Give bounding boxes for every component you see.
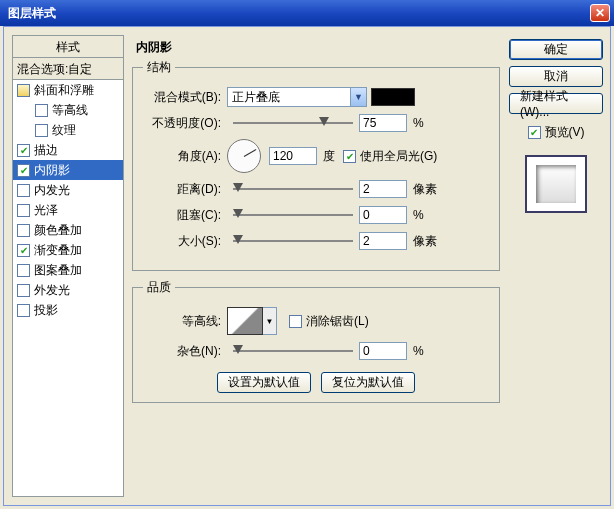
contour-picker[interactable] <box>227 307 263 335</box>
style-row-6[interactable]: 光泽 <box>13 200 123 220</box>
title-bar: 图层样式 ✕ <box>0 0 614 26</box>
style-row-9[interactable]: 图案叠加 <box>13 260 123 280</box>
checkbox-icon[interactable] <box>17 84 30 97</box>
ok-button[interactable]: 确定 <box>509 39 603 60</box>
effect-title: 内阴影 <box>136 39 172 56</box>
checkbox-icon[interactable] <box>17 204 30 217</box>
px-unit: 像素 <box>413 181 437 198</box>
make-default-button[interactable]: 设置为默认值 <box>217 372 311 393</box>
percent-unit: % <box>413 116 424 130</box>
style-row-label: 等高线 <box>52 102 88 119</box>
angle-label: 角度(A): <box>143 148 227 165</box>
px-unit: 像素 <box>413 233 437 250</box>
percent-unit: % <box>413 344 424 358</box>
checkbox-icon[interactable] <box>35 104 48 117</box>
antialias-label: 消除锯齿(L) <box>306 313 369 330</box>
style-row-0[interactable]: 斜面和浮雕 <box>13 80 123 100</box>
style-row-label: 外发光 <box>34 282 70 299</box>
quality-group: 品质 等高线: ▼ 消除锯齿(L) 杂色(N): 0 % 设置为默认值 复位为默… <box>132 279 500 403</box>
style-row-label: 渐变叠加 <box>34 242 82 259</box>
window-title: 图层样式 <box>8 5 56 22</box>
angle-input[interactable]: 120 <box>269 147 317 165</box>
styles-header[interactable]: 样式 <box>13 36 123 58</box>
angle-dial[interactable] <box>227 139 261 173</box>
style-row-label: 内阴影 <box>34 162 70 179</box>
distance-slider[interactable] <box>233 186 353 192</box>
checkbox-icon <box>289 315 302 328</box>
blend-mode-select[interactable]: 正片叠底 ▼ <box>227 87 367 107</box>
close-icon: ✕ <box>595 6 605 20</box>
style-row-label: 投影 <box>34 302 58 319</box>
checkbox-icon[interactable] <box>17 284 30 297</box>
style-row-label: 纹理 <box>52 122 76 139</box>
right-panel: 确定 取消 新建样式(W)... ✔ 预览(V) <box>508 39 604 213</box>
quality-legend: 品质 <box>143 279 175 296</box>
distance-input[interactable]: 2 <box>359 180 407 198</box>
noise-slider[interactable] <box>233 348 353 354</box>
preview-checkbox[interactable]: ✔ 预览(V) <box>528 124 585 141</box>
global-light-label: 使用全局光(G) <box>360 148 437 165</box>
checkbox-icon[interactable]: ✔ <box>17 164 30 177</box>
checkbox-icon[interactable]: ✔ <box>17 244 30 257</box>
antialias-checkbox[interactable]: 消除锯齿(L) <box>289 313 369 330</box>
angle-unit: 度 <box>323 148 335 165</box>
opacity-label: 不透明度(O): <box>143 115 227 132</box>
opacity-input[interactable]: 75 <box>359 114 407 132</box>
client-area: 样式 混合选项:自定 斜面和浮雕等高线纹理✔描边✔内阴影内发光光泽颜色叠加✔渐变… <box>3 26 611 506</box>
size-input[interactable]: 2 <box>359 232 407 250</box>
choke-input[interactable]: 0 <box>359 206 407 224</box>
opacity-slider[interactable] <box>233 120 353 126</box>
noise-label: 杂色(N): <box>143 343 227 360</box>
style-row-3[interactable]: ✔描边 <box>13 140 123 160</box>
style-row-5[interactable]: 内发光 <box>13 180 123 200</box>
checkbox-icon: ✔ <box>343 150 356 163</box>
checkbox-icon[interactable] <box>35 124 48 137</box>
style-row-7[interactable]: 颜色叠加 <box>13 220 123 240</box>
cancel-button[interactable]: 取消 <box>509 66 603 87</box>
global-light-checkbox[interactable]: ✔ 使用全局光(G) <box>343 148 437 165</box>
style-row-label: 颜色叠加 <box>34 222 82 239</box>
close-button[interactable]: ✕ <box>590 4 610 22</box>
checkbox-icon[interactable]: ✔ <box>17 144 30 157</box>
style-row-label: 描边 <box>34 142 58 159</box>
chevron-down-icon[interactable]: ▼ <box>263 307 277 335</box>
style-row-2[interactable]: 纹理 <box>13 120 123 140</box>
style-row-label: 光泽 <box>34 202 58 219</box>
size-slider[interactable] <box>233 238 353 244</box>
choke-slider[interactable] <box>233 212 353 218</box>
contour-label: 等高线: <box>143 313 227 330</box>
preview-label: 预览(V) <box>545 124 585 141</box>
blend-mode-label: 混合模式(B): <box>143 89 227 106</box>
effect-area: 内阴影 结构 混合模式(B): 正片叠底 ▼ 不透明度(O): 75 % 角度(… <box>132 35 502 497</box>
style-row-label: 图案叠加 <box>34 262 82 279</box>
checkbox-icon: ✔ <box>528 126 541 139</box>
checkbox-icon[interactable] <box>17 304 30 317</box>
style-row-label: 内发光 <box>34 182 70 199</box>
style-row-1[interactable]: 等高线 <box>13 100 123 120</box>
style-row-11[interactable]: 投影 <box>13 300 123 320</box>
new-style-button[interactable]: 新建样式(W)... <box>509 93 603 114</box>
style-row-8[interactable]: ✔渐变叠加 <box>13 240 123 260</box>
shadow-color-swatch[interactable] <box>371 88 415 106</box>
chevron-down-icon: ▼ <box>350 88 366 106</box>
preview-swatch <box>536 165 576 203</box>
blend-mode-value: 正片叠底 <box>232 89 280 106</box>
percent-unit: % <box>413 208 424 222</box>
structure-legend: 结构 <box>143 59 175 76</box>
style-row-4[interactable]: ✔内阴影 <box>13 160 123 180</box>
checkbox-icon[interactable] <box>17 184 30 197</box>
style-row-label: 斜面和浮雕 <box>34 82 94 99</box>
structure-group: 结构 混合模式(B): 正片叠底 ▼ 不透明度(O): 75 % 角度(A): … <box>132 59 500 271</box>
styles-panel: 样式 混合选项:自定 斜面和浮雕等高线纹理✔描边✔内阴影内发光光泽颜色叠加✔渐变… <box>12 35 124 497</box>
checkbox-icon[interactable] <box>17 264 30 277</box>
checkbox-icon[interactable] <box>17 224 30 237</box>
size-label: 大小(S): <box>143 233 227 250</box>
style-row-10[interactable]: 外发光 <box>13 280 123 300</box>
blend-options-row[interactable]: 混合选项:自定 <box>13 58 123 80</box>
noise-input[interactable]: 0 <box>359 342 407 360</box>
preview-box <box>525 155 587 213</box>
distance-label: 距离(D): <box>143 181 227 198</box>
reset-default-button[interactable]: 复位为默认值 <box>321 372 415 393</box>
choke-label: 阻塞(C): <box>143 207 227 224</box>
